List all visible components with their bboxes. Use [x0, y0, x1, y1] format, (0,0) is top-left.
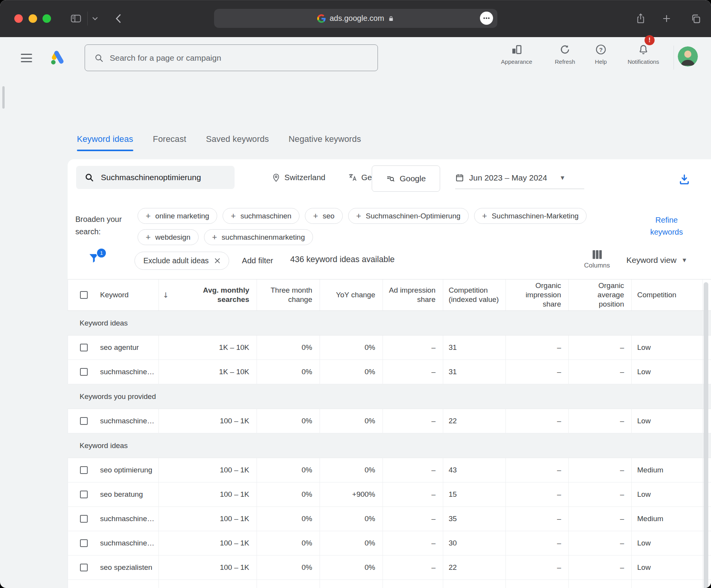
tab-options-chevron[interactable] [89, 12, 101, 26]
table-row: suchmaschine…100 – 1K0%0%–22––Low [68, 409, 711, 433]
google-favicon [317, 14, 326, 23]
location-selector[interactable]: Switzerland [272, 166, 325, 189]
value-cell [569, 580, 632, 588]
select-all-checkbox[interactable] [80, 291, 88, 299]
notifications-button[interactable]: Notifications [619, 44, 667, 65]
row-checkbox[interactable] [80, 368, 88, 376]
exclude-adult-ideas-chip[interactable]: Exclude adult ideas [134, 252, 229, 270]
keyword-cell: suchmaschine… [100, 514, 154, 523]
chip-label: webdesign [155, 233, 191, 242]
main-menu-button[interactable] [21, 54, 32, 62]
tab-keyword-ideas[interactable]: Keyword ideas [77, 134, 133, 154]
broaden-chip[interactable]: +suchmaschinen [223, 208, 299, 224]
tab-forecast[interactable]: Forecast [153, 134, 186, 154]
row-checkbox[interactable] [80, 491, 88, 498]
chevron-left-icon [116, 14, 121, 24]
column-header-organic-average-position[interactable]: Organic average position [569, 280, 632, 310]
broaden-chip[interactable]: +suchmaschinenmarketing [204, 229, 313, 245]
keyword-view-selector[interactable]: Keyword view ▼ [626, 256, 686, 265]
value-cell: 0% [257, 507, 320, 531]
sidebar-icon [70, 14, 82, 24]
sidebar-toggle-button[interactable] [69, 12, 83, 26]
keyword-search-input[interactable] [101, 173, 225, 182]
value-cell: 100 – 1K [159, 458, 257, 482]
notification-badge: ! [645, 35, 655, 45]
column-header-avg-monthly-searches[interactable]: ↓ Avg. monthly searches [159, 280, 257, 310]
date-range-selector[interactable]: Jun 2023 – May 2024 ▼ [455, 167, 584, 189]
page-settings-button[interactable] [480, 12, 493, 25]
filter-count-badge: 1 [97, 249, 106, 257]
column-header-yoy-change[interactable]: YoY change [320, 280, 383, 310]
broaden-chip[interactable]: +Suchmaschinen-Marketing [474, 208, 587, 224]
keyword-cell: seo spezialisten [100, 563, 152, 572]
chip-label: Suchmaschinen-Optimierung [366, 212, 461, 220]
column-header-three-month-change[interactable]: Three month change [257, 280, 320, 310]
value-cell: 100 – 1K [159, 580, 257, 588]
table-row: suchmaschine…1K – 10K0%0%–31––Low [68, 360, 711, 384]
value-cell: 15 [443, 482, 506, 506]
value-cell: 0% [257, 360, 320, 384]
location-value: Switzerland [284, 173, 325, 182]
browser-chrome: ads.google.com [0, 0, 711, 37]
table-section-header: Keyword ideas [68, 433, 711, 458]
broaden-chip[interactable]: +webdesign [138, 229, 199, 245]
value-cell: – [569, 409, 632, 433]
google-ads-logo [49, 49, 67, 67]
avatar[interactable] [678, 46, 698, 66]
row-checkbox[interactable] [80, 466, 88, 474]
table-section-header: Keyword ideas [68, 311, 711, 336]
browser-window: ads.google.com [0, 0, 711, 588]
column-header-organic-impression-share[interactable]: Organic impression share [506, 280, 569, 310]
value-cell: Low [632, 482, 703, 506]
keyword-cell: seo optimierung [100, 465, 152, 475]
column-header-competition[interactable]: Competition [632, 280, 703, 310]
zoom-window-button[interactable] [43, 14, 51, 23]
close-window-button[interactable] [14, 14, 23, 23]
address-bar[interactable]: ads.google.com [214, 9, 497, 28]
chip-label: online marketing [155, 212, 209, 220]
value-cell: 31 [443, 336, 506, 360]
broaden-chip[interactable]: +seo [305, 208, 343, 224]
network-selector[interactable]: Google [372, 165, 440, 192]
value-cell: – [383, 482, 443, 506]
new-tab-button[interactable] [660, 12, 674, 26]
row-checkbox[interactable] [80, 539, 88, 547]
page-search-box[interactable] [85, 44, 378, 71]
page-search-input[interactable] [110, 53, 342, 63]
tab-saved-keywords[interactable]: Saved keywords [206, 134, 269, 154]
column-header-competition-indexed[interactable]: Competition (indexed value) [443, 280, 506, 310]
row-checkbox[interactable] [80, 344, 88, 351]
tab-negative-keywords[interactable]: Negative keywords [289, 134, 361, 154]
column-header-ad-impression-share[interactable]: Ad impression share [383, 280, 443, 310]
minimize-window-button[interactable] [29, 14, 37, 23]
add-filter-button[interactable]: Add filter [242, 256, 273, 265]
value-cell: – [383, 531, 443, 555]
table-scrollbar-thumb[interactable] [704, 282, 708, 588]
value-cell: 0% [257, 458, 320, 482]
broaden-chip[interactable]: +Suchmaschinen-Optimierung [348, 208, 469, 224]
columns-button[interactable]: Columns [580, 250, 614, 269]
table-section-header: Keywords you provided [68, 384, 711, 409]
value-cell: Medium [632, 507, 703, 531]
broaden-chip[interactable]: +online marketing [138, 208, 217, 224]
value-cell: – [506, 531, 569, 555]
keyword-cell: suchmaschine… [100, 416, 154, 426]
share-button[interactable] [634, 12, 648, 26]
tab-overview-button[interactable] [689, 12, 702, 26]
download-button[interactable] [678, 173, 691, 186]
refine-keywords-link[interactable]: Refine keywords [643, 214, 691, 238]
value-cell: – [383, 580, 443, 588]
close-icon[interactable] [214, 258, 220, 264]
appearance-button[interactable]: Appearance [493, 44, 541, 65]
row-checkbox[interactable] [80, 515, 88, 523]
row-checkbox[interactable] [80, 564, 88, 571]
ellipsis-icon [483, 17, 490, 19]
plus-icon: + [313, 211, 318, 221]
value-cell: – [383, 336, 443, 360]
row-checkbox[interactable] [80, 417, 88, 425]
value-cell: 0% [320, 458, 383, 482]
value-cell: – [383, 360, 443, 384]
keyword-search-box[interactable] [76, 166, 235, 189]
back-button[interactable] [111, 12, 125, 26]
help-button[interactable]: ? Help [577, 44, 625, 65]
